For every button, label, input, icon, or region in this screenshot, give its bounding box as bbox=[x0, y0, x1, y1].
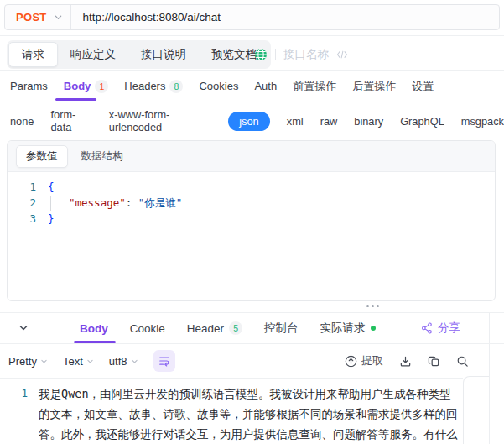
word-wrap-button[interactable] bbox=[153, 350, 175, 372]
line-number: 1 bbox=[8, 179, 48, 195]
extract-button[interactable]: 提取 bbox=[345, 353, 383, 368]
body-type-xml[interactable]: xml bbox=[287, 115, 304, 128]
json-editor[interactable]: 1 { 2 "message": "你是谁" 3 } bbox=[8, 172, 495, 227]
search-icon bbox=[456, 355, 469, 368]
panel-resize-handle[interactable] bbox=[366, 305, 379, 307]
download-icon bbox=[399, 355, 412, 368]
chevron-down-icon bbox=[40, 358, 48, 365]
tab-pre-operations[interactable]: 前置操作 bbox=[293, 79, 336, 94]
code-icon bbox=[336, 50, 348, 60]
api-name-area: 接口名称 bbox=[254, 40, 348, 69]
tab-response-definition[interactable]: 响应定义 bbox=[58, 42, 128, 67]
chevron-down-icon bbox=[86, 358, 94, 365]
download-button[interactable] bbox=[399, 355, 412, 368]
tab-response-cookie[interactable]: Cookie bbox=[130, 322, 165, 335]
copy-icon bbox=[428, 355, 440, 368]
body-type-form-data[interactable]: form-data bbox=[50, 108, 91, 133]
tab-request[interactable]: 请求 bbox=[8, 42, 58, 67]
share-button[interactable]: 分享 bbox=[421, 313, 460, 343]
request-url-bar: POST http://localhost:8080/ai/chat bbox=[4, 4, 500, 30]
body-type-group: none form-data x-www-form-urlencoded jso… bbox=[10, 104, 504, 138]
response-actions: 提取 bbox=[345, 344, 469, 378]
tab-api-description[interactable]: 接口说明 bbox=[128, 42, 199, 67]
body-type-graphql[interactable]: GraphQL bbox=[400, 115, 444, 128]
globe-icon bbox=[254, 48, 268, 61]
response-body-viewer[interactable]: 1 我是Qwen，由阿里云开发的预训练语言模型。我被设计用来帮助用户生成各种类型… bbox=[0, 378, 463, 444]
body-type-json[interactable]: json bbox=[228, 112, 269, 131]
divider bbox=[275, 49, 276, 60]
extract-icon bbox=[345, 355, 357, 368]
code-line: 2 "message": "你是谁" bbox=[8, 195, 495, 211]
tab-data-structure[interactable]: 数据结构 bbox=[71, 145, 133, 168]
body-type-urlencoded[interactable]: x-www-form-urlencoded bbox=[109, 108, 211, 133]
tab-post-operations[interactable]: 后置操作 bbox=[352, 79, 396, 94]
tab-cookies[interactable]: Cookies bbox=[199, 80, 238, 92]
tab-body[interactable]: Body1 bbox=[64, 80, 109, 93]
line-number: 2 bbox=[8, 195, 48, 211]
method-selector[interactable]: POST bbox=[5, 11, 54, 24]
response-text: 我是Qwen，由阿里云开发的预训练语言模型。我被设计用来帮助用户生成各种类型的文… bbox=[39, 384, 463, 444]
editor-header: 参数值 数据结构 bbox=[8, 141, 495, 172]
tab-headers[interactable]: Headers8 bbox=[124, 80, 183, 93]
share-icon bbox=[421, 322, 433, 334]
status-dot bbox=[371, 326, 376, 331]
encoding-dropdown[interactable]: utf8 bbox=[109, 355, 138, 368]
format-dropdown[interactable]: Pretty bbox=[8, 355, 48, 368]
body-type-none[interactable]: none bbox=[10, 115, 34, 128]
api-name-placeholder[interactable]: 接口名称 bbox=[283, 47, 329, 62]
active-tab-underline bbox=[55, 98, 96, 101]
line-number: 1 bbox=[0, 384, 39, 444]
body-editor-panel: 参数值 数据结构 1 { 2 "message": "你是谁" 3 } bbox=[7, 140, 496, 301]
tab-auth[interactable]: Auth bbox=[254, 80, 277, 92]
tab-console[interactable]: 控制台 bbox=[264, 321, 299, 336]
indent-guide bbox=[50, 196, 51, 211]
collapse-response-chevron-icon[interactable] bbox=[18, 313, 29, 343]
line-number: 3 bbox=[8, 211, 48, 227]
view-type-dropdown[interactable]: Text bbox=[63, 355, 94, 368]
divider bbox=[0, 35, 504, 36]
chevron-down-icon bbox=[131, 358, 138, 365]
tab-parameter-value[interactable]: 参数值 bbox=[16, 145, 68, 168]
header-count-badge: 5 bbox=[229, 321, 242, 335]
tab-response-header[interactable]: Header5 bbox=[187, 321, 242, 335]
tab-response-body[interactable]: Body bbox=[80, 322, 108, 335]
scrollbar-track[interactable] bbox=[463, 376, 489, 444]
chevron-down-icon[interactable] bbox=[54, 13, 63, 22]
body-count-badge: 1 bbox=[95, 80, 108, 93]
body-type-msgpack[interactable]: msgpack bbox=[461, 115, 504, 128]
request-tab-group: Params Body1 Headers8 Cookies Auth 前置操作 … bbox=[10, 71, 434, 102]
response-tab-group: Body Cookie Header5 控制台 实际请求 bbox=[80, 313, 376, 343]
code-line: 1 { bbox=[8, 179, 495, 195]
word-wrap-icon bbox=[158, 355, 170, 367]
doc-tab-group: 请求 响应定义 接口说明 预览文档 bbox=[7, 40, 271, 69]
tab-params[interactable]: Params bbox=[10, 80, 48, 92]
response-toolbar: Pretty Text utf8 bbox=[8, 344, 175, 378]
tab-actual-request[interactable]: 实际请求 bbox=[320, 321, 376, 336]
tab-settings[interactable]: 设置 bbox=[412, 79, 434, 94]
url-input[interactable]: http://localhost:8080/ai/chat bbox=[71, 11, 221, 24]
copy-button[interactable] bbox=[428, 355, 440, 368]
divider bbox=[489, 313, 490, 444]
headers-count-badge: 8 bbox=[169, 80, 183, 93]
code-line: 3 } bbox=[8, 211, 495, 227]
search-button[interactable] bbox=[456, 355, 469, 368]
body-type-raw[interactable]: raw bbox=[320, 115, 338, 128]
body-type-binary[interactable]: binary bbox=[354, 115, 383, 128]
